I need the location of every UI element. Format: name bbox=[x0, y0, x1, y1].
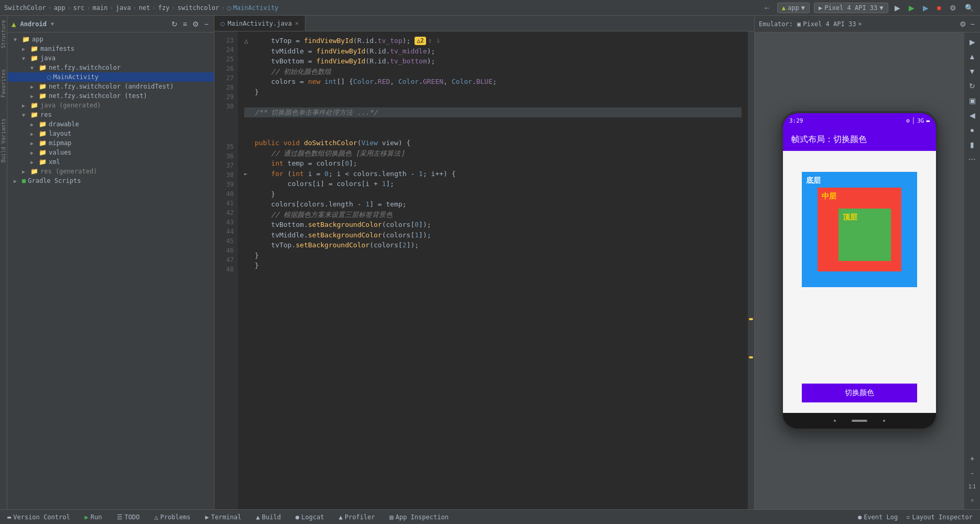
breadcrumb-classfile[interactable]: MainActivity bbox=[233, 4, 279, 12]
run-config-selector[interactable]: ▲ app ▼ bbox=[777, 3, 810, 13]
breadcrumb-net[interactable]: net bbox=[139, 4, 150, 12]
breadcrumb-main[interactable]: main bbox=[93, 4, 108, 12]
color-layer-top: 顶层 bbox=[839, 209, 891, 261]
run-btn[interactable]: ▶ bbox=[907, 3, 917, 13]
breadcrumb-src[interactable]: src bbox=[73, 4, 85, 12]
layout-inspector-btn[interactable]: ▫ Layout Inspector bbox=[903, 514, 976, 521]
folder-icon: 📁 bbox=[39, 139, 47, 147]
gradle-icon: ■ bbox=[22, 177, 26, 184]
profiler-panel-btn[interactable]: ▲ Profiler bbox=[335, 510, 378, 524]
emulator-menu-btn[interactable]: ⋯ bbox=[967, 154, 977, 165]
tab-close-btn[interactable]: ✕ bbox=[295, 20, 299, 27]
emulator-expand-btn[interactable]: ▫ bbox=[970, 495, 975, 505]
emulator-home-btn[interactable]: ● bbox=[969, 125, 975, 135]
emulator-vol-down-btn[interactable]: ▼ bbox=[967, 66, 977, 77]
project-dropdown-icon[interactable]: ▼ bbox=[51, 21, 54, 27]
breadcrumb-switchcolor[interactable]: switchcolor bbox=[178, 4, 219, 12]
device-selector[interactable]: ▶ Pixel 4 API 33 ▼ bbox=[814, 3, 888, 13]
stop-btn[interactable]: ■ bbox=[935, 3, 943, 13]
folder-icon: 📁 bbox=[30, 54, 38, 62]
emulator-screenshot-btn[interactable]: ▣ bbox=[968, 95, 977, 106]
breadcrumb-app[interactable]: app bbox=[54, 4, 66, 12]
emulator-back-btn[interactable]: ◀ bbox=[968, 110, 976, 121]
tree-item-java[interactable]: ▼ 📁 java bbox=[7, 53, 214, 63]
bottom-layer-label: 底层 bbox=[806, 176, 821, 185]
emulator-rotate-btn[interactable]: ↻ bbox=[968, 81, 976, 91]
device-icon: ▶ bbox=[819, 4, 822, 12]
tree-item-label: java (generated) bbox=[40, 102, 101, 109]
folder-icon: 📁 bbox=[30, 102, 38, 109]
problems-panel-btn[interactable]: △ Problems bbox=[151, 510, 193, 524]
arrow-icon: ▼ bbox=[22, 56, 28, 61]
event-log-btn[interactable]: ● Event Log bbox=[855, 514, 901, 521]
build-panel-btn[interactable]: ▲ Build bbox=[253, 510, 284, 524]
tree-item-manifests[interactable]: ▶ 📁 manifests bbox=[7, 44, 214, 53]
version-control-btn[interactable]: ▬ Version Control bbox=[4, 510, 73, 524]
filetree-minimize-btn[interactable]: − bbox=[203, 19, 210, 29]
tree-item-label: net.fzy.switchcolor bbox=[49, 64, 121, 71]
tree-item-app[interactable]: ▼ 📁 app bbox=[7, 35, 214, 44]
todo-panel-btn[interactable]: ☰ TODO bbox=[114, 510, 143, 524]
close-device-icon[interactable]: ✕ bbox=[858, 20, 862, 27]
editor-scrollbar[interactable] bbox=[748, 31, 754, 509]
tree-item-mipmap[interactable]: ▶ 📁 mipmap bbox=[7, 138, 214, 148]
structure-panel-label[interactable]: Structure bbox=[1, 20, 6, 48]
folder-icon: 📁 bbox=[39, 92, 47, 100]
folder-icon: 📁 bbox=[39, 83, 47, 90]
make-project-btn[interactable]: ▶ bbox=[892, 3, 902, 13]
arrow-icon: ▼ bbox=[22, 112, 28, 118]
breadcrumb-project[interactable]: SwitchColor bbox=[4, 4, 46, 12]
tree-item-mainactivity[interactable]: ◯ MainActivity bbox=[7, 72, 214, 82]
arrow-icon: ▶ bbox=[22, 46, 28, 52]
search-btn[interactable]: 🔍 bbox=[963, 3, 976, 13]
tree-item-android-test[interactable]: ▶ 📁 net.fzy.switchcolor (androidTest) bbox=[7, 82, 214, 91]
filetree-settings-btn[interactable]: ⚙ bbox=[191, 19, 200, 29]
tree-item-label: values bbox=[49, 149, 71, 156]
tree-item-xml[interactable]: ▶ 📁 xml bbox=[7, 157, 214, 167]
emulator-overview-btn[interactable]: ▮ bbox=[969, 139, 975, 150]
java-file-icon: ◯ bbox=[47, 73, 51, 81]
app-inspection-panel-btn[interactable]: ▤ App Inspection bbox=[386, 510, 451, 524]
emulator-power-btn[interactable]: ▶ bbox=[968, 37, 976, 47]
editor-tab-mainactivity[interactable]: ◯ MainActivity.java ✕ bbox=[214, 16, 306, 31]
debug-btn[interactable]: ▶ bbox=[921, 3, 931, 13]
favorites-panel-label[interactable]: Favorites bbox=[1, 69, 6, 97]
tree-item-label: java bbox=[40, 54, 56, 62]
arrow-icon: ▼ bbox=[14, 37, 20, 42]
navigate-back-btn[interactable]: ← bbox=[761, 3, 773, 13]
phone-status-bar: 3:29 ⚙ │ 3G ▬ bbox=[783, 113, 936, 128]
emulator-vol-up-btn[interactable]: ▲ bbox=[967, 51, 977, 62]
tree-item-res-generated[interactable]: ▶ 📁 res (generated) bbox=[7, 167, 214, 176]
arrow-icon: ▶ bbox=[30, 131, 37, 137]
emulator-ratio-btn[interactable]: 1:1 bbox=[967, 483, 977, 490]
switch-color-button[interactable]: 切换颜色 bbox=[802, 384, 917, 402]
editor-tabs: ◯ MainActivity.java ✕ bbox=[214, 16, 754, 31]
folder-icon: 📁 bbox=[30, 168, 38, 175]
build-variants-panel-label[interactable]: Build Variants bbox=[1, 118, 6, 162]
tree-item-label: mipmap bbox=[49, 139, 71, 147]
tree-item-layout[interactable]: ▶ 📁 layout bbox=[7, 129, 214, 138]
code-area[interactable]: △ tvTop = findViewById(R.id.tv_top); △2 … bbox=[238, 31, 748, 509]
emulator-settings-btn[interactable]: ⚙ bbox=[959, 19, 967, 29]
sync-btn[interactable]: ↻ bbox=[170, 19, 179, 29]
tree-item-drawable[interactable]: ▶ 📁 drawable bbox=[7, 119, 214, 129]
terminal-panel-btn[interactable]: ▶ Terminal bbox=[202, 510, 244, 524]
tree-item-test[interactable]: ▶ 📁 net.fzy.switchcolor (test) bbox=[7, 91, 214, 101]
collapse-all-btn[interactable]: ≡ bbox=[182, 19, 188, 29]
run-panel-btn[interactable]: ▶ Run bbox=[82, 510, 105, 524]
logcat-panel-btn[interactable]: ● Logcat bbox=[292, 510, 328, 524]
tree-item-gradle-scripts[interactable]: ▶ ■ Gradle Scripts bbox=[7, 176, 214, 185]
emulator-zoom-out-btn[interactable]: - bbox=[970, 468, 975, 478]
emulator-minimize-btn[interactable]: − bbox=[970, 19, 976, 29]
terminal-icon: ▶ bbox=[205, 514, 209, 521]
breadcrumb-fzy[interactable]: fzy bbox=[158, 4, 170, 12]
folder-icon: 📁 bbox=[39, 149, 47, 156]
emulator-zoom-in-btn[interactable]: + bbox=[969, 453, 975, 464]
line-numbers: 23 24 25 26 27 28 29 30 35 36 37 38 39 4… bbox=[214, 31, 238, 509]
tree-item-res[interactable]: ▼ 📁 res bbox=[7, 110, 214, 119]
tree-item-net-fzy-switchcolor[interactable]: ▼ 📁 net.fzy.switchcolor bbox=[7, 63, 214, 72]
tree-item-values[interactable]: ▶ 📁 values bbox=[7, 148, 214, 157]
breadcrumb-java[interactable]: java bbox=[116, 4, 131, 12]
settings-btn[interactable]: ⚙ bbox=[948, 3, 959, 13]
tree-item-java-generated[interactable]: ▶ 📁 java (generated) bbox=[7, 101, 214, 110]
